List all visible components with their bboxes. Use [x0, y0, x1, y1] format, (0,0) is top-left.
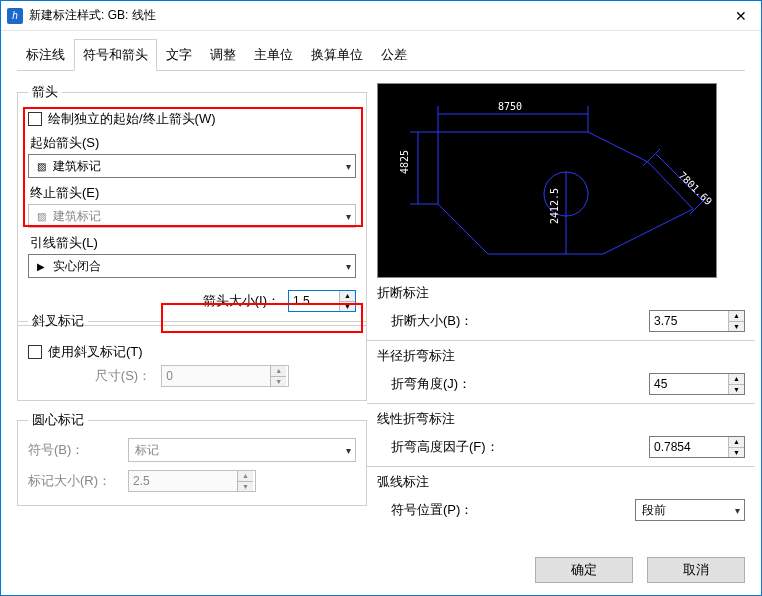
legend-center: 圆心标记 — [28, 411, 88, 429]
chevron-down-icon: ▾ — [346, 261, 351, 272]
label-leader-arrow: 引线箭头(L) — [30, 234, 356, 252]
dim-left: 4825 — [399, 150, 410, 174]
input-arrow-size[interactable] — [289, 291, 339, 311]
label-draw-independent: 绘制独立的起始/终止箭头(W) — [48, 110, 216, 128]
chevron-down-icon: ▾ — [346, 211, 351, 222]
titlebar: h 新建标注样式: GB: 线性 ✕ — [1, 1, 761, 31]
cancel-button[interactable]: 取消 — [647, 557, 745, 583]
spin-up: ▲ — [238, 471, 253, 482]
legend-radjog: 半径折弯标注 — [377, 347, 745, 365]
combo-leader-arrow[interactable]: ▶ 实心闭合 ▾ — [28, 254, 356, 278]
tab-tol[interactable]: 公差 — [372, 39, 416, 71]
tick-icon: ▨ — [35, 210, 47, 222]
label-jog-angle: 折弯角度(J)： — [391, 375, 649, 393]
ok-button[interactable]: 确定 — [535, 557, 633, 583]
group-oblique: 斜叉标记 使用斜叉标记(T) 尺寸(S)： ▲▼ — [17, 312, 367, 401]
legend-oblique: 斜叉标记 — [28, 312, 88, 330]
tab-arrows[interactable]: 符号和箭头 — [74, 39, 157, 71]
checkbox-use-oblique[interactable] — [28, 345, 42, 359]
window-title: 新建标注样式: GB: 线性 — [29, 7, 721, 24]
tab-alt[interactable]: 换算单位 — [302, 39, 372, 71]
label-arc-pos: 符号位置(P)： — [391, 501, 635, 519]
spin-up[interactable]: ▲ — [729, 374, 744, 385]
svg-line-10 — [643, 149, 660, 166]
input-jog-angle[interactable] — [650, 374, 728, 394]
group-center: 圆心标记 符号(B)： 标记 ▾ 标记大小(R)： ▲▼ — [17, 411, 367, 506]
preview-panel: 8750 4825 2412.5 7801.69 — [377, 83, 717, 278]
label-use-oblique: 使用斜叉标记(T) — [48, 343, 143, 361]
spin-down[interactable]: ▼ — [729, 385, 744, 395]
label-center-symbol: 符号(B)： — [28, 441, 118, 459]
label-end-arrow: 终止箭头(E) — [30, 184, 356, 202]
combo-arc-pos[interactable]: 段前 ▾ — [635, 499, 745, 521]
chevron-down-icon: ▾ — [735, 505, 740, 516]
tab-bar: 标注线 符号和箭头 文字 调整 主单位 换算单位 公差 — [1, 31, 761, 71]
solid-arrow-icon: ▶ — [35, 260, 47, 272]
spin-up[interactable]: ▲ — [340, 291, 355, 302]
label-break-size: 折断大小(B)： — [391, 312, 649, 330]
dim-diag: 7801.69 — [677, 170, 715, 208]
legend-break: 折断标注 — [377, 284, 745, 302]
combo-leader-arrow-value: 实心闭合 — [53, 258, 101, 275]
label-start-arrow: 起始箭头(S) — [30, 134, 356, 152]
legend-arrows: 箭头 — [28, 83, 62, 101]
input-break-size[interactable] — [650, 311, 728, 331]
combo-center-symbol: 标记 ▾ — [128, 438, 356, 462]
spinner-oblique-size: ▲▼ — [161, 365, 289, 387]
input-oblique-size — [162, 366, 270, 386]
combo-center-symbol-value: 标记 — [135, 442, 159, 459]
tab-dimline[interactable]: 标注线 — [17, 39, 74, 71]
spin-down: ▼ — [238, 482, 253, 492]
dim-top: 8750 — [498, 101, 522, 112]
spin-down[interactable]: ▼ — [729, 448, 744, 458]
combo-start-arrow-value: 建筑标记 — [53, 158, 101, 175]
spin-down[interactable]: ▼ — [729, 322, 744, 332]
combo-start-arrow[interactable]: ▨ 建筑标记 ▾ — [28, 154, 356, 178]
combo-end-arrow-value: 建筑标记 — [53, 208, 101, 225]
legend-arc: 弧线标注 — [377, 473, 745, 491]
group-arrows: 箭头 绘制独立的起始/终止箭头(W) 起始箭头(S) ▨ 建筑标记 ▾ 终止箭头… — [17, 83, 367, 326]
label-jog-factor: 折弯高度因子(F)： — [391, 438, 649, 456]
tab-primary[interactable]: 主单位 — [245, 39, 302, 71]
label-center-size: 标记大小(R)： — [28, 472, 118, 490]
combo-arc-pos-value: 段前 — [642, 502, 666, 519]
spinner-jog-angle[interactable]: ▲▼ — [649, 373, 745, 395]
tick-icon: ▨ — [35, 160, 47, 172]
chevron-down-icon: ▾ — [346, 161, 351, 172]
legend-linjog: 线性折弯标注 — [377, 410, 745, 428]
spin-down: ▼ — [271, 377, 286, 387]
spinner-break-size[interactable]: ▲▼ — [649, 310, 745, 332]
combo-end-arrow[interactable]: ▨ 建筑标记 ▾ — [28, 204, 356, 228]
input-jog-factor[interactable] — [650, 437, 728, 457]
spin-up: ▲ — [271, 366, 286, 377]
label-oblique-size: 尺寸(S)： — [95, 367, 151, 385]
spin-up[interactable]: ▲ — [729, 437, 744, 448]
label-arrow-size: 箭头大小(I)： — [203, 292, 280, 310]
spin-down[interactable]: ▼ — [340, 302, 355, 312]
spin-up[interactable]: ▲ — [729, 311, 744, 322]
close-button[interactable]: ✕ — [721, 1, 761, 31]
input-center-size — [129, 471, 237, 491]
tab-text[interactable]: 文字 — [157, 39, 201, 71]
dim-mid: 2412.5 — [549, 188, 560, 224]
chevron-down-icon: ▾ — [346, 445, 351, 456]
tab-fit[interactable]: 调整 — [201, 39, 245, 71]
spinner-jog-factor[interactable]: ▲▼ — [649, 436, 745, 458]
app-icon: h — [7, 8, 23, 24]
spinner-arrow-size[interactable]: ▲▼ — [288, 290, 356, 312]
checkbox-draw-independent[interactable] — [28, 112, 42, 126]
spinner-center-size: ▲▼ — [128, 470, 256, 492]
